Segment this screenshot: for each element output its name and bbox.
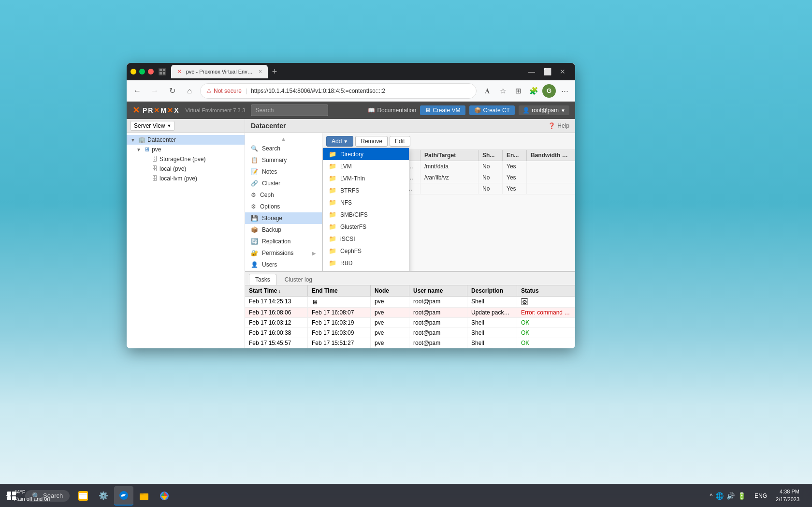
profile-button[interactable]: G: [542, 84, 556, 98]
taskbar-chrome-icon[interactable]: [155, 486, 174, 506]
th-description[interactable]: Description: [467, 285, 517, 296]
add-rbd-option[interactable]: 📁 RBD: [323, 257, 409, 269]
minimize-button[interactable]: [130, 69, 136, 75]
col-enabled: En...: [503, 150, 527, 161]
address-url: https://10.1.4.154:8006/#v1:0:18:4:5:=co…: [251, 88, 385, 94]
maximize-win-button[interactable]: ⬜: [540, 65, 554, 78]
scroll-up[interactable]: ▲: [245, 135, 322, 143]
pve-search-input[interactable]: [251, 104, 328, 116]
read-mode-button[interactable]: 𝐀: [480, 84, 494, 98]
storage-content: Add ▼ Remove Edit: [322, 133, 575, 271]
task-row[interactable]: Feb 17 16:00:38 Feb 17 16:03:09 pve root…: [245, 328, 575, 338]
add-zfs-iscsi-option[interactable]: 📁 ZFS over iSCSI: [323, 269, 409, 271]
back-button[interactable]: ←: [130, 84, 144, 98]
th-end-time[interactable]: End Time: [308, 285, 371, 296]
sidebar-item-local[interactable]: ▼ 🗄 local (pve): [127, 164, 245, 174]
sidebar-item-local-lvm[interactable]: ▼ 🗄 local-lvm (pve): [127, 174, 245, 183]
th-start-time[interactable]: Start Time: [245, 285, 308, 296]
address-bar[interactable]: ⚠ Not secure | https://10.1.4.154:8006/#…: [200, 83, 477, 99]
task-row[interactable]: Feb 17 15:45:57 Feb 17 15:51:27 pve root…: [245, 338, 575, 348]
minimize-win-button[interactable]: —: [525, 65, 538, 78]
create-vm-button[interactable]: 🖥 Create VM: [420, 105, 465, 115]
create-ct-button[interactable]: 📦 Create CT: [469, 105, 515, 115]
task-node: pve: [371, 318, 409, 328]
taskbar-settings-icon[interactable]: ⚙️: [94, 486, 113, 506]
storage-bandwidth: [527, 172, 575, 183]
weather-widget[interactable]: 🌧 44°F Rain off and on: [0, 484, 56, 507]
maximize-button[interactable]: [139, 69, 145, 75]
favorites-button[interactable]: ☆: [496, 84, 509, 98]
task-row[interactable]: Feb 17 16:08:06 Feb 17 16:08:07 pve root…: [245, 308, 575, 318]
dc-menu-ceph[interactable]: ⚙ Ceph: [245, 189, 322, 201]
add-lvm-option[interactable]: 📁 LVM: [323, 160, 409, 172]
tray-volume-icon[interactable]: 🔊: [726, 492, 735, 500]
datacenter-panel: Datacenter ❓ Help ▲: [245, 119, 575, 348]
settings-menu-button[interactable]: ⋯: [558, 84, 571, 98]
add-glusterfs-option[interactable]: 📁 GlusterFS: [323, 221, 409, 233]
pve-sidebar: Server View ▼ ▼ 🏢 Datacenter ▼ 🖥: [127, 119, 245, 348]
dc-menu-summary[interactable]: 📋 Summary: [245, 154, 322, 166]
taskbar-file-manager-icon[interactable]: [134, 486, 154, 506]
server-view-dropdown[interactable]: Server View ▼: [130, 121, 174, 131]
th-node[interactable]: Node: [371, 285, 409, 296]
help-button[interactable]: ❓ Help: [548, 122, 569, 129]
collections-button[interactable]: ⊞: [511, 84, 525, 98]
vm-icon: 🖥: [425, 107, 431, 114]
close-win-button[interactable]: ✕: [556, 65, 569, 78]
taskbar-explorer-icon[interactable]: [73, 486, 93, 506]
task-user: root@pam: [409, 308, 467, 317]
notification-sidebar[interactable]: [805, 484, 808, 507]
warning-icon: ⚠: [206, 88, 212, 94]
active-tab[interactable]: ✕ pve - Proxmox Virtual Environm ×: [171, 65, 268, 78]
taskbar-edge-icon[interactable]: [114, 486, 133, 506]
add-button[interactable]: Add ▼: [326, 136, 353, 147]
tray-network-icon[interactable]: 🌐: [715, 492, 724, 500]
dc-menu-options[interactable]: ⚙ Options: [245, 201, 322, 212]
task-row[interactable]: Feb 17 14:25:13 🖥 pve root@pam Shell ⚙: [245, 297, 575, 308]
language-indicator[interactable]: ENG: [752, 492, 770, 499]
dc-menu-permissions[interactable]: 🔐 Permissions ▶: [245, 247, 322, 259]
task-row[interactable]: Feb 17 16:03:12 Feb 17 16:03:19 pve root…: [245, 318, 575, 328]
clock-button[interactable]: 4:38 PM 2/17/2023: [772, 488, 803, 503]
add-btrfs-option[interactable]: 📁 BTRFS: [323, 184, 409, 196]
pve-main: Server View ▼ ▼ 🏢 Datacenter ▼ 🖥: [127, 119, 575, 348]
add-cephfs-option[interactable]: 📁 CephFS: [323, 245, 409, 257]
tray-battery-icon[interactable]: 🔋: [738, 492, 746, 500]
add-smb-option[interactable]: 📁 SMB/CIFS: [323, 209, 409, 221]
sidebar-item-datacenter[interactable]: ▼ 🏢 Datacenter: [127, 135, 245, 145]
tab-tasks[interactable]: Tasks: [249, 274, 276, 285]
forward-button[interactable]: →: [148, 84, 161, 98]
tray-chevron[interactable]: ^: [710, 492, 712, 499]
remove-button[interactable]: Remove: [355, 136, 388, 147]
server-icon: 🖥: [144, 146, 150, 153]
home-button[interactable]: ⌂: [183, 84, 196, 98]
weather-temp: 44°F: [14, 489, 50, 495]
sidebar-item-storageone[interactable]: ▼ 🗄 StorageOne (pve): [127, 154, 245, 164]
dc-menu-storage[interactable]: 💾 Storage: [245, 212, 322, 224]
user-menu-button[interactable]: 👤 root@pam ▼: [519, 105, 569, 115]
dc-menu-notes[interactable]: 📝 Notes: [245, 166, 322, 178]
reload-button[interactable]: ↻: [165, 84, 179, 98]
extensions-button[interactable]: 🧩: [527, 84, 540, 98]
edit-button[interactable]: Edit: [390, 136, 410, 147]
dc-menu-cluster[interactable]: 🔗 Cluster: [245, 178, 322, 189]
tab-close-button[interactable]: ×: [259, 68, 262, 75]
add-lvmthin-option[interactable]: 📁 LVM-Thin: [323, 172, 409, 184]
cluster-icon: 🔗: [251, 180, 258, 187]
tab-cluster-log[interactable]: Cluster log: [278, 274, 319, 285]
permissions-icon: 🔐: [251, 250, 258, 256]
add-iscsi-option[interactable]: 📁 iSCSI: [323, 233, 409, 245]
dc-menu-search[interactable]: 🔍 Search: [245, 143, 322, 154]
new-tab-button[interactable]: +: [268, 65, 281, 78]
dc-menu-backup[interactable]: 📦 Backup: [245, 224, 322, 236]
sidebar-item-pve[interactable]: ▼ 🖥 pve: [127, 145, 245, 154]
add-directory-option[interactable]: 📁 Directory: [323, 148, 409, 160]
close-button[interactable]: [148, 69, 154, 75]
dc-menu-users[interactable]: 👤 Users: [245, 259, 322, 270]
th-status[interactable]: Status: [517, 285, 575, 296]
dc-menu-replication[interactable]: 🔄 Replication: [245, 236, 322, 247]
documentation-button[interactable]: 📖 Documentation: [368, 107, 416, 114]
task-description: Shell: [467, 318, 517, 328]
th-username[interactable]: User name: [409, 285, 467, 296]
add-nfs-option[interactable]: 📁 NFS: [323, 196, 409, 209]
